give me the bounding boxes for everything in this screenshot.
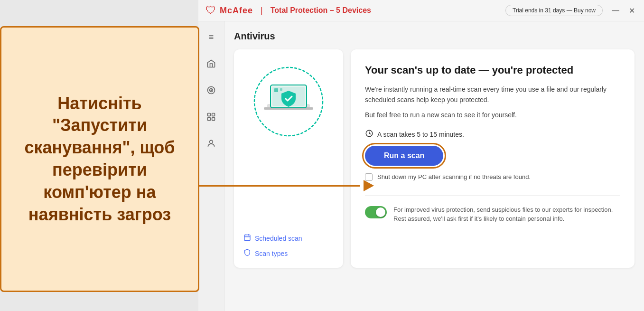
clock-icon	[365, 129, 373, 140]
arrow-line	[198, 185, 360, 187]
scan-desc-1: We're instantly running a real-time scan…	[365, 84, 620, 105]
shutdown-row: Shut down my PC after scanning if no thr…	[365, 173, 620, 181]
title-bar: 🛡 McAfee | Total Protection – 5 Devices …	[198, 0, 644, 21]
instruction-text: Натисніть "Запустити сканування", щоб пе…	[16, 93, 184, 226]
scan-illustration	[251, 64, 327, 140]
svg-rect-13	[274, 88, 278, 92]
scan-card: Scheduled scan Scan types	[234, 49, 343, 268]
toggle-row: For improved virus protection, send susp…	[365, 195, 620, 224]
scheduled-scan-link[interactable]: Scheduled scan	[243, 234, 334, 243]
content-area: Scheduled scan Scan types	[234, 49, 635, 268]
scan-status-title: Your scan's up to date — you're protecte…	[365, 64, 620, 77]
run-scan-button[interactable]: Run a scan	[365, 146, 443, 166]
svg-rect-15	[244, 235, 250, 241]
scan-types-link[interactable]: Scan types	[243, 249, 334, 258]
trial-banner[interactable]: Trial ends in 31 days — Buy now	[505, 5, 603, 16]
app-title: Total Protection – 5 Devices	[271, 6, 371, 15]
window-controls: — ✕	[610, 5, 637, 16]
mcafee-shield-icon: 🛡	[205, 4, 216, 17]
scan-time-text: A scan takes 5 to 15 minutes.	[377, 131, 464, 138]
svg-rect-4	[212, 113, 215, 116]
app-window: 🛡 McAfee | Total Protection – 5 Devices …	[198, 0, 644, 311]
shutdown-label: Shut down my PC after scanning if no thr…	[377, 173, 531, 180]
sidebar: ≡	[198, 21, 224, 311]
sidebar-home-icon[interactable]	[203, 55, 220, 72]
arrow	[198, 176, 374, 199]
title-divider: |	[261, 6, 263, 16]
svg-rect-5	[208, 118, 211, 121]
sidebar-menu-icon[interactable]: ≡	[203, 28, 220, 46]
svg-point-7	[210, 140, 213, 143]
calendar-icon	[243, 234, 251, 243]
arrow-head	[364, 180, 374, 191]
close-button[interactable]: ✕	[627, 5, 637, 16]
svg-rect-3	[208, 113, 211, 116]
minimize-button[interactable]: —	[610, 5, 621, 16]
svg-rect-6	[212, 118, 215, 121]
info-card: Your scan's up to date — you're protecte…	[351, 49, 635, 268]
scan-time-row: A scan takes 5 to 15 minutes.	[365, 129, 620, 140]
svg-point-2	[211, 90, 212, 91]
mcafee-name: McAfee	[220, 6, 253, 16]
mcafee-logo: 🛡 McAfee | Total Protection – 5 Devices	[205, 4, 371, 17]
sidebar-grid-icon[interactable]	[203, 108, 220, 125]
virus-protection-toggle[interactable]	[365, 206, 387, 218]
scan-desc-2: But feel free to run a new scan to see i…	[365, 110, 620, 120]
sidebar-radar-icon[interactable]	[203, 82, 220, 99]
toggle-knob	[376, 207, 385, 217]
main-content: Antivirus	[224, 21, 644, 311]
app-body: ≡	[198, 21, 644, 311]
instruction-panel: Натисніть "Запустити сканування", щоб пе…	[0, 26, 199, 292]
scan-links: Scheduled scan Scan types	[243, 234, 334, 258]
sidebar-profile-icon[interactable]	[203, 135, 220, 152]
svg-rect-14	[280, 88, 282, 91]
settings-shield-icon	[243, 249, 251, 258]
toggle-description: For improved virus protection, send susp…	[393, 205, 620, 224]
page-title: Antivirus	[234, 31, 635, 42]
